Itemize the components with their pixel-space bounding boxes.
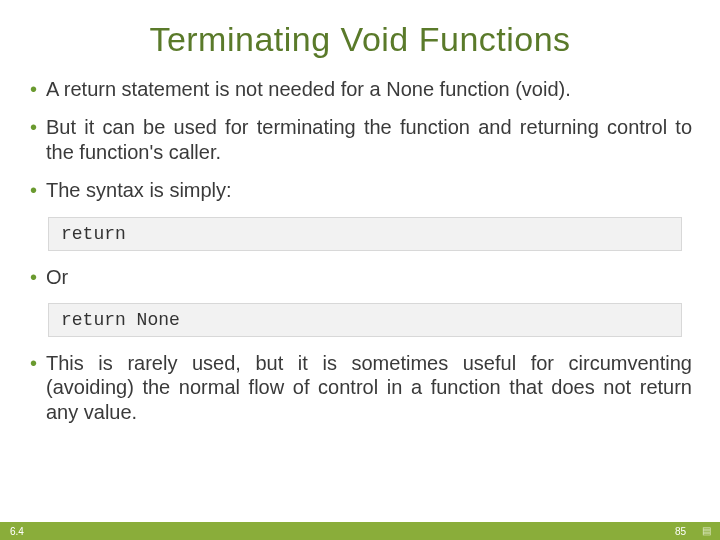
presentation-icon: ▤: [700, 525, 712, 537]
slide: Terminating Void Functions A return stat…: [0, 0, 720, 540]
footer-bar: 6.4 85 ▤: [0, 522, 720, 540]
bullet-item: A return statement is not needed for a N…: [28, 77, 692, 101]
bullet-item: Or: [28, 265, 692, 289]
bullet-item: But it can be used for terminating the f…: [28, 115, 692, 164]
bullet-list: Or: [28, 265, 692, 289]
footer-right-group: 85 ▤: [675, 525, 712, 537]
code-block: return: [48, 217, 682, 251]
slide-title: Terminating Void Functions: [0, 0, 720, 77]
bullet-item: The syntax is simply:: [28, 178, 692, 202]
section-number: 6.4: [10, 526, 24, 537]
slide-content: A return statement is not needed for a N…: [0, 77, 720, 424]
code-block: return None: [48, 303, 682, 337]
bullet-item: This is rarely used, but it is sometimes…: [28, 351, 692, 424]
bullet-list: A return statement is not needed for a N…: [28, 77, 692, 203]
bullet-list: This is rarely used, but it is sometimes…: [28, 351, 692, 424]
page-number: 85: [675, 526, 686, 537]
